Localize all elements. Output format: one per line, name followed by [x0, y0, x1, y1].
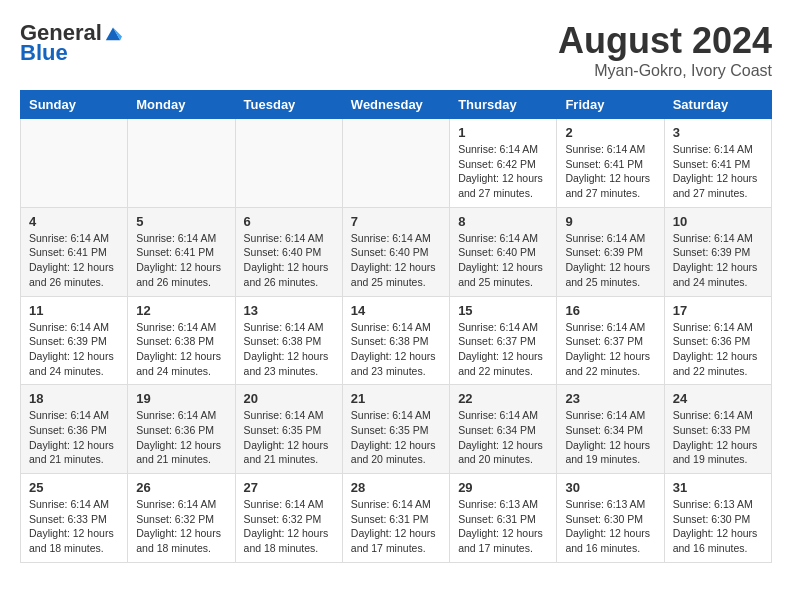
header-wednesday: Wednesday — [342, 91, 449, 119]
day-info: Sunrise: 6:14 AM Sunset: 6:33 PM Dayligh… — [29, 497, 119, 556]
calendar-cell: 4Sunrise: 6:14 AM Sunset: 6:41 PM Daylig… — [21, 207, 128, 296]
day-info: Sunrise: 6:14 AM Sunset: 6:41 PM Dayligh… — [136, 231, 226, 290]
day-number: 11 — [29, 303, 119, 318]
location-text: Myan-Gokro, Ivory Coast — [558, 62, 772, 80]
calendar-cell: 12Sunrise: 6:14 AM Sunset: 6:38 PM Dayli… — [128, 296, 235, 385]
calendar-cell: 19Sunrise: 6:14 AM Sunset: 6:36 PM Dayli… — [128, 385, 235, 474]
calendar-cell: 11Sunrise: 6:14 AM Sunset: 6:39 PM Dayli… — [21, 296, 128, 385]
calendar-cell: 15Sunrise: 6:14 AM Sunset: 6:37 PM Dayli… — [450, 296, 557, 385]
day-number: 22 — [458, 391, 548, 406]
day-info: Sunrise: 6:14 AM Sunset: 6:37 PM Dayligh… — [458, 320, 548, 379]
day-info: Sunrise: 6:14 AM Sunset: 6:32 PM Dayligh… — [244, 497, 334, 556]
day-info: Sunrise: 6:14 AM Sunset: 6:39 PM Dayligh… — [29, 320, 119, 379]
page-header: General Blue August 2024 Myan-Gokro, Ivo… — [20, 20, 772, 80]
day-number: 26 — [136, 480, 226, 495]
calendar-cell: 22Sunrise: 6:14 AM Sunset: 6:34 PM Dayli… — [450, 385, 557, 474]
day-info: Sunrise: 6:14 AM Sunset: 6:38 PM Dayligh… — [351, 320, 441, 379]
day-info: Sunrise: 6:14 AM Sunset: 6:32 PM Dayligh… — [136, 497, 226, 556]
calendar-cell: 8Sunrise: 6:14 AM Sunset: 6:40 PM Daylig… — [450, 207, 557, 296]
calendar-cell: 27Sunrise: 6:14 AM Sunset: 6:32 PM Dayli… — [235, 474, 342, 563]
calendar-cell: 2Sunrise: 6:14 AM Sunset: 6:41 PM Daylig… — [557, 119, 664, 208]
logo-icon — [104, 24, 122, 42]
day-number: 2 — [565, 125, 655, 140]
header-tuesday: Tuesday — [235, 91, 342, 119]
day-number: 1 — [458, 125, 548, 140]
day-number: 24 — [673, 391, 763, 406]
calendar-cell: 24Sunrise: 6:14 AM Sunset: 6:33 PM Dayli… — [664, 385, 771, 474]
day-number: 14 — [351, 303, 441, 318]
calendar-week-4: 18Sunrise: 6:14 AM Sunset: 6:36 PM Dayli… — [21, 385, 772, 474]
day-number: 28 — [351, 480, 441, 495]
header-thursday: Thursday — [450, 91, 557, 119]
day-number: 13 — [244, 303, 334, 318]
calendar-cell: 3Sunrise: 6:14 AM Sunset: 6:41 PM Daylig… — [664, 119, 771, 208]
day-info: Sunrise: 6:14 AM Sunset: 6:38 PM Dayligh… — [244, 320, 334, 379]
calendar-cell: 25Sunrise: 6:14 AM Sunset: 6:33 PM Dayli… — [21, 474, 128, 563]
day-info: Sunrise: 6:14 AM Sunset: 6:34 PM Dayligh… — [458, 408, 548, 467]
logo-blue-text: Blue — [20, 40, 68, 66]
day-number: 18 — [29, 391, 119, 406]
day-info: Sunrise: 6:14 AM Sunset: 6:36 PM Dayligh… — [136, 408, 226, 467]
day-number: 19 — [136, 391, 226, 406]
day-info: Sunrise: 6:13 AM Sunset: 6:31 PM Dayligh… — [458, 497, 548, 556]
day-number: 25 — [29, 480, 119, 495]
day-number: 21 — [351, 391, 441, 406]
calendar-cell: 30Sunrise: 6:13 AM Sunset: 6:30 PM Dayli… — [557, 474, 664, 563]
header-monday: Monday — [128, 91, 235, 119]
calendar-cell: 16Sunrise: 6:14 AM Sunset: 6:37 PM Dayli… — [557, 296, 664, 385]
header-saturday: Saturday — [664, 91, 771, 119]
day-number: 7 — [351, 214, 441, 229]
day-info: Sunrise: 6:14 AM Sunset: 6:31 PM Dayligh… — [351, 497, 441, 556]
calendar-cell — [235, 119, 342, 208]
day-info: Sunrise: 6:14 AM Sunset: 6:38 PM Dayligh… — [136, 320, 226, 379]
day-number: 27 — [244, 480, 334, 495]
day-number: 23 — [565, 391, 655, 406]
day-info: Sunrise: 6:14 AM Sunset: 6:34 PM Dayligh… — [565, 408, 655, 467]
day-number: 20 — [244, 391, 334, 406]
day-number: 30 — [565, 480, 655, 495]
calendar-week-2: 4Sunrise: 6:14 AM Sunset: 6:41 PM Daylig… — [21, 207, 772, 296]
calendar-cell — [128, 119, 235, 208]
day-info: Sunrise: 6:14 AM Sunset: 6:35 PM Dayligh… — [244, 408, 334, 467]
calendar-cell: 26Sunrise: 6:14 AM Sunset: 6:32 PM Dayli… — [128, 474, 235, 563]
logo: General Blue — [20, 20, 122, 66]
calendar-cell: 29Sunrise: 6:13 AM Sunset: 6:31 PM Dayli… — [450, 474, 557, 563]
calendar-cell: 18Sunrise: 6:14 AM Sunset: 6:36 PM Dayli… — [21, 385, 128, 474]
calendar-cell: 31Sunrise: 6:13 AM Sunset: 6:30 PM Dayli… — [664, 474, 771, 563]
calendar-cell: 6Sunrise: 6:14 AM Sunset: 6:40 PM Daylig… — [235, 207, 342, 296]
calendar-cell: 28Sunrise: 6:14 AM Sunset: 6:31 PM Dayli… — [342, 474, 449, 563]
day-info: Sunrise: 6:14 AM Sunset: 6:35 PM Dayligh… — [351, 408, 441, 467]
calendar-cell: 14Sunrise: 6:14 AM Sunset: 6:38 PM Dayli… — [342, 296, 449, 385]
calendar-cell: 23Sunrise: 6:14 AM Sunset: 6:34 PM Dayli… — [557, 385, 664, 474]
day-number: 12 — [136, 303, 226, 318]
day-info: Sunrise: 6:14 AM Sunset: 6:39 PM Dayligh… — [673, 231, 763, 290]
calendar-cell: 9Sunrise: 6:14 AM Sunset: 6:39 PM Daylig… — [557, 207, 664, 296]
calendar-cell — [21, 119, 128, 208]
calendar-cell: 10Sunrise: 6:14 AM Sunset: 6:39 PM Dayli… — [664, 207, 771, 296]
calendar-cell: 7Sunrise: 6:14 AM Sunset: 6:40 PM Daylig… — [342, 207, 449, 296]
day-info: Sunrise: 6:14 AM Sunset: 6:40 PM Dayligh… — [458, 231, 548, 290]
day-info: Sunrise: 6:14 AM Sunset: 6:37 PM Dayligh… — [565, 320, 655, 379]
day-info: Sunrise: 6:13 AM Sunset: 6:30 PM Dayligh… — [565, 497, 655, 556]
day-info: Sunrise: 6:14 AM Sunset: 6:40 PM Dayligh… — [351, 231, 441, 290]
calendar-cell: 21Sunrise: 6:14 AM Sunset: 6:35 PM Dayli… — [342, 385, 449, 474]
day-number: 31 — [673, 480, 763, 495]
month-title: August 2024 — [558, 20, 772, 62]
calendar-cell: 17Sunrise: 6:14 AM Sunset: 6:36 PM Dayli… — [664, 296, 771, 385]
header-friday: Friday — [557, 91, 664, 119]
header-sunday: Sunday — [21, 91, 128, 119]
day-number: 29 — [458, 480, 548, 495]
calendar-week-5: 25Sunrise: 6:14 AM Sunset: 6:33 PM Dayli… — [21, 474, 772, 563]
day-info: Sunrise: 6:14 AM Sunset: 6:41 PM Dayligh… — [565, 142, 655, 201]
day-number: 3 — [673, 125, 763, 140]
title-block: August 2024 Myan-Gokro, Ivory Coast — [558, 20, 772, 80]
day-number: 6 — [244, 214, 334, 229]
day-info: Sunrise: 6:14 AM Sunset: 6:39 PM Dayligh… — [565, 231, 655, 290]
day-number: 10 — [673, 214, 763, 229]
calendar-week-3: 11Sunrise: 6:14 AM Sunset: 6:39 PM Dayli… — [21, 296, 772, 385]
day-info: Sunrise: 6:14 AM Sunset: 6:36 PM Dayligh… — [673, 320, 763, 379]
day-info: Sunrise: 6:14 AM Sunset: 6:33 PM Dayligh… — [673, 408, 763, 467]
day-number: 5 — [136, 214, 226, 229]
day-number: 8 — [458, 214, 548, 229]
calendar-cell: 20Sunrise: 6:14 AM Sunset: 6:35 PM Dayli… — [235, 385, 342, 474]
